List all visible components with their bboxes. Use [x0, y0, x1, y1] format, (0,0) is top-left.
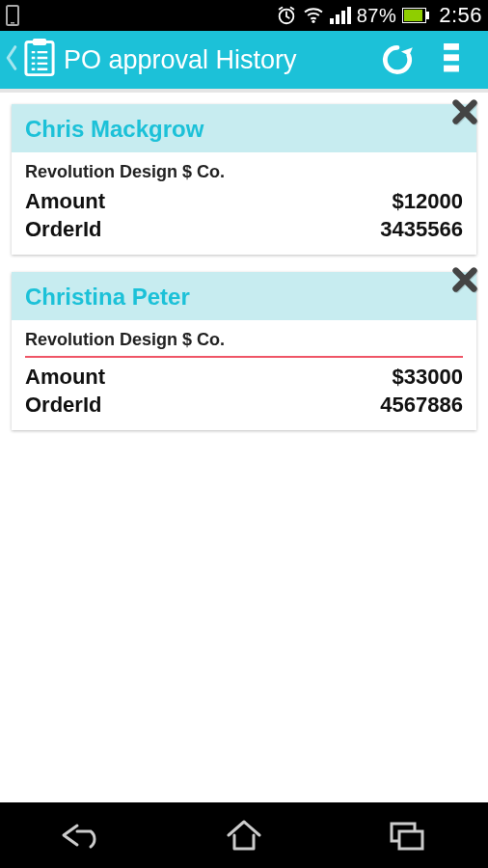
orderid-row: OrderId3435566 — [25, 216, 463, 244]
cell-signal-icon — [330, 7, 351, 24]
close-card-button[interactable] — [446, 260, 484, 299]
amount-label: Amount — [25, 364, 105, 392]
requester-name: Christina Peter — [25, 284, 463, 311]
card-body: Revolution Design $ Co.Amount$33000Order… — [12, 320, 476, 430]
close-card-button[interactable] — [446, 93, 484, 131]
amount-value: $12000 — [393, 188, 463, 216]
company-name: Revolution Design $ Co. — [25, 162, 463, 182]
page-title: PO approval History — [64, 45, 370, 75]
menu-button[interactable] — [424, 33, 478, 87]
nav-back-button[interactable] — [23, 806, 139, 864]
svg-rect-14 — [444, 54, 459, 61]
svg-rect-6 — [341, 11, 345, 24]
status-time: 2:56 — [439, 3, 482, 28]
amount-label: Amount — [25, 188, 105, 216]
content-area: Chris MackgrowRevolution Design $ Co.Amo… — [0, 93, 488, 802]
orderid-row: OrderId4567886 — [25, 392, 463, 420]
company-name: Revolution Design $ Co. — [25, 330, 463, 350]
svg-rect-1 — [11, 22, 14, 24]
orderid-value: 4567886 — [380, 392, 463, 420]
svg-rect-12 — [33, 39, 46, 45]
card-header[interactable]: Chris Mackgrow — [12, 104, 476, 152]
svg-rect-9 — [404, 10, 422, 21]
back-button[interactable] — [4, 43, 19, 76]
po-card: Chris MackgrowRevolution Design $ Co.Amo… — [12, 104, 476, 255]
alarm-icon — [276, 5, 297, 26]
nav-home-button[interactable] — [186, 806, 302, 864]
status-bar: 87% 2:56 — [0, 0, 488, 31]
orderid-label: OrderId — [25, 216, 101, 244]
nav-recent-button[interactable] — [349, 806, 465, 864]
requester-name: Chris Mackgrow — [25, 116, 463, 143]
wifi-icon — [303, 7, 324, 24]
card-header[interactable]: Christina Peter — [12, 272, 476, 320]
svg-point-3 — [312, 20, 314, 23]
svg-rect-17 — [399, 831, 422, 849]
orderid-value: 3435566 — [380, 216, 463, 244]
battery-icon — [402, 8, 429, 23]
amount-row: Amount$12000 — [25, 188, 463, 216]
clipboard-icon — [23, 39, 56, 81]
refresh-button[interactable] — [370, 33, 424, 87]
svg-rect-4 — [330, 18, 334, 24]
app-bar: PO approval History — [0, 31, 488, 93]
po-card: Christina PeterRevolution Design $ Co.Am… — [12, 272, 476, 430]
svg-rect-15 — [444, 66, 459, 72]
system-nav-bar — [0, 802, 488, 868]
amount-value: $33000 — [393, 364, 463, 392]
orderid-label: OrderId — [25, 392, 101, 420]
phone-outline-icon — [6, 5, 19, 26]
amount-row: Amount$33000 — [25, 364, 463, 392]
card-body: Revolution Design $ Co.Amount$12000Order… — [12, 152, 476, 255]
svg-rect-13 — [444, 43, 459, 50]
svg-rect-10 — [426, 12, 429, 19]
svg-rect-7 — [347, 7, 351, 24]
svg-rect-5 — [336, 14, 339, 24]
battery-percent: 87% — [357, 5, 397, 27]
divider — [25, 356, 463, 358]
